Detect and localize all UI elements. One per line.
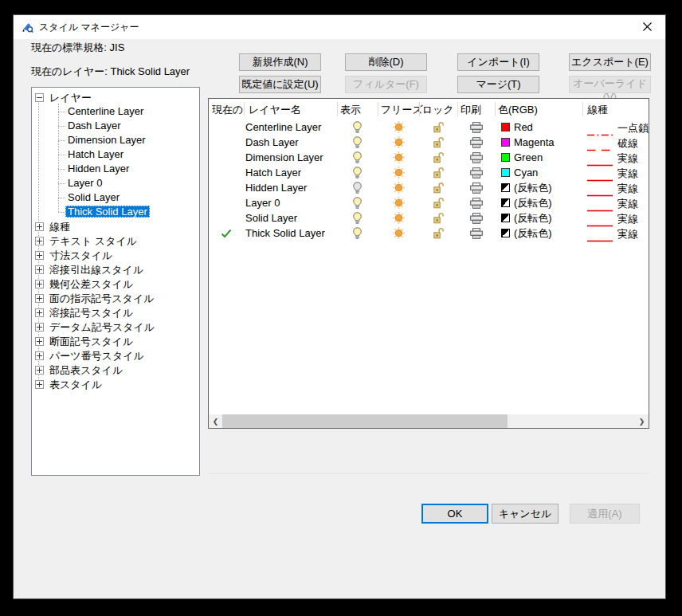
- toolbar-button-2[interactable]: 削除(D): [345, 53, 427, 71]
- expand-icon[interactable]: [35, 294, 44, 303]
- column-divider[interactable]: [378, 102, 378, 116]
- tree-item[interactable]: 幾何公差スタイル: [32, 277, 199, 291]
- tree-item[interactable]: 断面記号スタイル: [32, 334, 199, 348]
- tree-item[interactable]: Thick Solid Layer: [32, 205, 199, 219]
- tree-item[interactable]: Hatch Layer: [32, 147, 199, 162]
- layer-color-cell[interactable]: (反転色): [501, 180, 552, 195]
- toolbar-button-7[interactable]: マージ(T): [457, 76, 539, 93]
- tree-item[interactable]: 部品表スタイル: [32, 363, 199, 377]
- layer-row[interactable]: Dimension LayerGreen実線: [209, 150, 649, 165]
- tree-item[interactable]: パーツ番号スタイル: [32, 348, 199, 363]
- visibility-lightbulb-icon[interactable]: [337, 135, 378, 150]
- layer-color-cell[interactable]: (反転色): [501, 195, 552, 210]
- layer-row[interactable]: Centerline LayerRed一点鎖線: [209, 120, 649, 135]
- printer-icon[interactable]: [457, 210, 495, 226]
- open-padlock-icon[interactable]: [419, 180, 457, 195]
- tree-item[interactable]: Hidden Layer: [32, 162, 199, 176]
- column-header[interactable]: レイヤー名: [249, 103, 301, 117]
- visibility-lightbulb-icon[interactable]: [337, 165, 378, 180]
- toolbar-button-3[interactable]: インポート(I): [457, 53, 539, 71]
- column-divider[interactable]: [457, 102, 458, 116]
- layer-row[interactable]: Layer 0(反転色)実線: [209, 195, 649, 210]
- printer-icon[interactable]: [457, 150, 495, 165]
- column-divider[interactable]: [495, 102, 496, 116]
- column-divider[interactable]: [419, 102, 420, 116]
- column-header[interactable]: 線種: [587, 103, 608, 117]
- layer-color-cell[interactable]: (反転色): [501, 210, 552, 226]
- layer-row[interactable]: Hidden Layer(反転色)実線: [209, 180, 649, 195]
- ok-button[interactable]: OK: [421, 504, 488, 524]
- tree-item[interactable]: 線種: [32, 219, 199, 233]
- visibility-lightbulb-icon[interactable]: [337, 210, 378, 226]
- printer-icon[interactable]: [457, 195, 495, 210]
- horizontal-scrollbar[interactable]: ❮ ❯: [209, 414, 649, 428]
- freeze-sun-icon[interactable]: [378, 210, 419, 226]
- expand-icon[interactable]: [35, 323, 44, 332]
- tree-item[interactable]: Dash Layer: [32, 119, 199, 133]
- visibility-lightbulb-icon[interactable]: [337, 180, 378, 195]
- column-header[interactable]: フリーズ: [381, 103, 423, 117]
- freeze-sun-icon[interactable]: [378, 180, 419, 195]
- expand-icon[interactable]: [35, 351, 44, 360]
- layer-color-cell[interactable]: Red: [501, 120, 533, 135]
- open-padlock-icon[interactable]: [419, 210, 457, 226]
- layer-row[interactable]: Hatch LayerCyan実線: [209, 165, 649, 180]
- open-padlock-icon[interactable]: [419, 150, 457, 165]
- expand-icon[interactable]: [35, 251, 44, 260]
- toolbar-button-1[interactable]: 新規作成(N): [239, 53, 321, 71]
- column-header[interactable]: 印刷: [461, 103, 481, 117]
- layer-row[interactable]: Dash LayerMagenta破線: [209, 135, 649, 150]
- open-padlock-icon[interactable]: [419, 195, 457, 210]
- layer-row[interactable]: Thick Solid Layer(反転色)実線: [209, 226, 649, 241]
- open-padlock-icon[interactable]: [419, 120, 457, 135]
- layer-color-cell[interactable]: Cyan: [501, 165, 538, 180]
- scroll-left-button[interactable]: ❮: [209, 414, 222, 428]
- layer-color-cell[interactable]: Magenta: [501, 135, 555, 150]
- tree-item[interactable]: Centerline Layer: [32, 104, 199, 119]
- expand-icon[interactable]: [35, 237, 44, 245]
- collapse-icon[interactable]: [35, 93, 44, 102]
- visibility-lightbulb-icon[interactable]: [337, 120, 378, 135]
- tree-item[interactable]: 寸法スタイル: [32, 248, 199, 262]
- layer-color-cell[interactable]: Green: [501, 150, 543, 165]
- freeze-sun-icon[interactable]: [378, 150, 419, 165]
- tree-item[interactable]: 表スタイル: [32, 377, 199, 391]
- expand-icon[interactable]: [35, 308, 44, 317]
- column-header[interactable]: ロック: [422, 103, 454, 117]
- expand-icon[interactable]: [35, 265, 44, 274]
- expand-icon[interactable]: [35, 337, 44, 346]
- open-padlock-icon[interactable]: [419, 165, 457, 180]
- titlebar[interactable]: スタイル マネージャー: [14, 15, 665, 39]
- toolbar-button-4[interactable]: エクスポート(E): [569, 53, 651, 71]
- freeze-sun-icon[interactable]: [378, 135, 419, 150]
- expand-icon[interactable]: [35, 222, 44, 231]
- tree-item[interactable]: レイヤー: [32, 90, 199, 104]
- close-button[interactable]: [629, 15, 665, 38]
- printer-icon[interactable]: [457, 120, 495, 135]
- scroll-right-button[interactable]: ❯: [635, 414, 649, 428]
- freeze-sun-icon[interactable]: [378, 120, 419, 135]
- printer-icon[interactable]: [457, 165, 495, 180]
- scrollbar-thumb[interactable]: [222, 414, 508, 428]
- column-header[interactable]: 色(RGB): [498, 103, 538, 117]
- column-header[interactable]: 表示: [340, 103, 361, 117]
- tree-item[interactable]: 溶接記号スタイル: [32, 305, 199, 320]
- open-padlock-icon[interactable]: [419, 135, 457, 150]
- printer-icon[interactable]: [457, 180, 495, 195]
- open-padlock-icon[interactable]: [419, 226, 457, 241]
- tree-item[interactable]: Dimension Layer: [32, 133, 199, 147]
- expand-icon[interactable]: [35, 280, 44, 288]
- tree-item[interactable]: 面の指示記号スタイル: [32, 291, 199, 305]
- cancel-button[interactable]: キャンセル: [492, 504, 559, 524]
- layer-row[interactable]: Solid Layer(反転色)実線: [209, 210, 649, 226]
- toolbar-button-5[interactable]: 既定値に設定(U): [239, 76, 321, 93]
- printer-icon[interactable]: [457, 226, 495, 241]
- tree-item[interactable]: データム記号スタイル: [32, 320, 199, 334]
- column-header[interactable]: 現在の: [212, 103, 243, 117]
- visibility-lightbulb-icon[interactable]: [337, 150, 378, 165]
- layer-color-cell[interactable]: (反転色): [501, 226, 552, 241]
- tree-item[interactable]: Solid Layer: [32, 190, 199, 205]
- freeze-sun-icon[interactable]: [378, 195, 419, 210]
- column-divider[interactable]: [337, 102, 338, 116]
- tree-item[interactable]: Layer 0: [32, 176, 199, 190]
